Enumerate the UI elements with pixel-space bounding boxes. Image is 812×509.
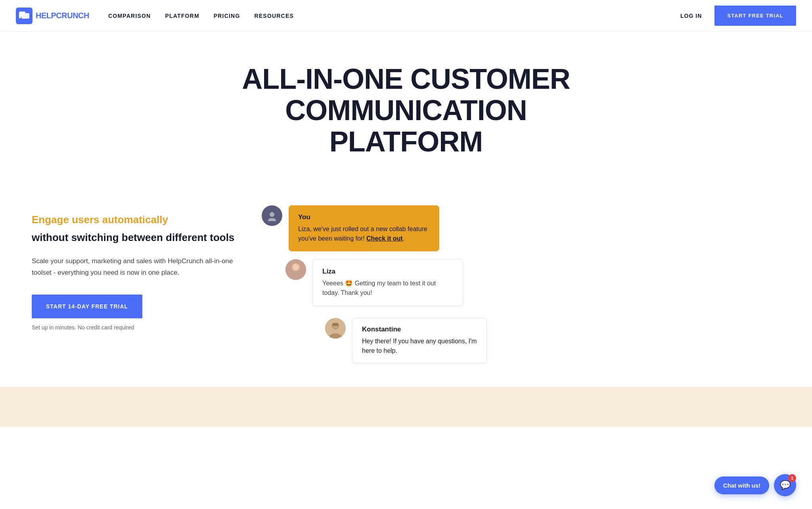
avatar-liza (285, 259, 306, 280)
svg-point-9 (293, 264, 299, 270)
chat-sender-name: You (298, 213, 430, 221)
chat-message-2: Liza Yeeees 🤩 Getting my team to test it… (285, 259, 780, 306)
logo-text: HELPCRUNCH (36, 11, 89, 20)
nav-link-resources[interactable]: RESOURCES (255, 13, 294, 19)
hero-section: ALL-IN-ONE CUSTOMER COMMUNICATION PLATFO… (0, 32, 812, 205)
nav-link-comparison[interactable]: COMPARISON (108, 13, 151, 19)
chat-bubble-liza: Liza Yeeees 🤩 Getting my team to test it… (312, 259, 463, 306)
chat-message-3: Konstantine Hey there! If you have any q… (325, 318, 780, 363)
description-text: Scale your support, marketing and sales … (32, 256, 238, 279)
avatar-konstantine (325, 318, 346, 339)
chat-message-1: You Liza, we've just rolled out a new co… (262, 205, 780, 251)
chat-liza-name: Liza (322, 268, 453, 276)
start-trial-button[interactable]: START 14-DAY FREE TRIAL (32, 295, 142, 318)
nav-right: LOG IN START FREE TRIAL (680, 6, 796, 26)
nav-trial-button[interactable]: START FREE TRIAL (714, 6, 796, 26)
svg-point-5 (268, 218, 276, 221)
chat-konstantine-name: Konstantine (362, 325, 477, 333)
chat-liza-text: Yeeees 🤩 Getting my team to test it out … (322, 279, 453, 298)
nav-link-platform[interactable]: PLATFORM (165, 13, 199, 19)
chat-bubble-konstantine: Konstantine Hey there! If you have any q… (352, 318, 487, 363)
check-it-out-link[interactable]: Check it out (366, 235, 403, 242)
svg-rect-14 (332, 323, 339, 326)
logo-icon (16, 8, 33, 24)
left-column: Engage users automatically without switc… (32, 205, 238, 331)
footer-band (0, 387, 812, 427)
chat-message-text-1: Liza, we've just rolled out a new collab… (298, 224, 430, 243)
right-column: You Liza, we've just rolled out a new co… (262, 205, 780, 363)
login-link[interactable]: LOG IN (680, 13, 702, 19)
chat-bubble-you: You Liza, we've just rolled out a new co… (289, 205, 439, 251)
nav-link-pricing[interactable]: PRICING (214, 13, 240, 19)
tagline-yellow: Engage users automatically (32, 213, 238, 227)
content-area: Engage users automatically without switc… (0, 205, 812, 387)
avatar-you (262, 205, 282, 226)
logo[interactable]: HELPCRUNCH (16, 8, 89, 24)
svg-rect-3 (23, 13, 29, 19)
tagline-dark: without switching between different tool… (32, 231, 238, 245)
hero-title: ALL-IN-ONE CUSTOMER COMMUNICATION PLATFO… (228, 63, 584, 158)
chat-konstantine-text: Hey there! If you have any questions, I'… (362, 337, 477, 356)
navbar: HELPCRUNCH COMPARISON PLATFORM PRICING R… (0, 0, 812, 32)
no-credit-text: Set up in minutes. No credit card requir… (32, 324, 134, 331)
nav-links: COMPARISON PLATFORM PRICING RESOURCES (108, 13, 680, 19)
svg-point-4 (270, 212, 274, 217)
